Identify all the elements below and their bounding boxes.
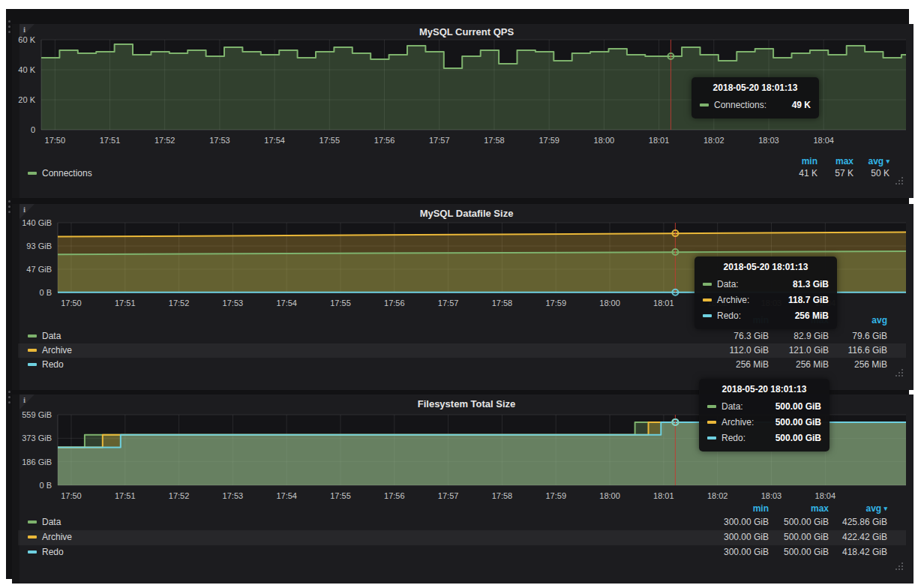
- legend-item-data[interactable]: Data: [28, 517, 61, 527]
- series-color-dash: [28, 172, 37, 175]
- row-drag-handle[interactable]: [12, 394, 20, 584]
- row-drag-handle[interactable]: [12, 24, 20, 198]
- stats-header-max[interactable]: max: [761, 315, 829, 326]
- panel-resize-grip[interactable]: [896, 562, 904, 572]
- series-color-dash: [28, 349, 37, 352]
- series-color-dash: [28, 520, 37, 524]
- stats-header-avg[interactable]: avg: [820, 315, 887, 326]
- panel-title[interactable]: Filesystem Total Size: [20, 398, 914, 411]
- stats-header-min[interactable]: min: [701, 315, 769, 326]
- legend-series-label[interactable]: Archive: [42, 345, 72, 356]
- series-color-dash: [28, 363, 37, 366]
- panel-resize-grip[interactable]: [896, 369, 904, 378]
- series-color-dash: [28, 550, 37, 554]
- row-drag-handle[interactable]: [12, 204, 20, 390]
- legend-item-redo[interactable]: Redo: [28, 359, 64, 370]
- legend-item-data[interactable]: Data: [28, 331, 61, 341]
- series-color-dash: [28, 536, 37, 538]
- legend-series-label[interactable]: Redo: [42, 547, 64, 557]
- stats-header-avg[interactable]: avg ▾: [822, 156, 890, 166]
- legend-item-connections[interactable]: Connections: [28, 168, 92, 178]
- stats-header-min[interactable]: min: [701, 503, 769, 514]
- panel-filesystem-total-size: i Filesystem Total Size: [20, 394, 914, 584]
- legend-series-label[interactable]: Data: [42, 517, 61, 527]
- grafana-dashboard: i MySQL Current QPS i MySQL Datafile Siz…: [6, 9, 909, 579]
- panel-title[interactable]: MySQL Datafile Size: [20, 207, 914, 220]
- legend-item-redo[interactable]: Redo: [28, 547, 64, 557]
- legend-series-label[interactable]: Redo: [42, 359, 64, 370]
- series-color-dash: [28, 334, 37, 338]
- panel-mysql-datafile-size: i MySQL Datafile Size: [20, 204, 914, 390]
- panel-title[interactable]: MySQL Current QPS: [20, 26, 914, 39]
- panel-resize-grip[interactable]: [896, 177, 904, 186]
- legend-series-label[interactable]: Data: [42, 331, 61, 341]
- panel-mysql-current-qps: i MySQL Current QPS: [20, 24, 914, 198]
- legend-item-archive[interactable]: Archive: [28, 532, 72, 542]
- legend-item-archive[interactable]: Archive: [28, 345, 72, 356]
- legend-series-label[interactable]: Archive: [42, 532, 72, 542]
- stats-header-avg[interactable]: avg ▾: [820, 503, 887, 514]
- legend-series-label[interactable]: Connections: [42, 168, 92, 178]
- stats-header-max[interactable]: max: [761, 503, 829, 514]
- avg-dropdown-caret[interactable]: ▾: [884, 505, 887, 512]
- avg-dropdown-caret[interactable]: ▾: [886, 158, 890, 165]
